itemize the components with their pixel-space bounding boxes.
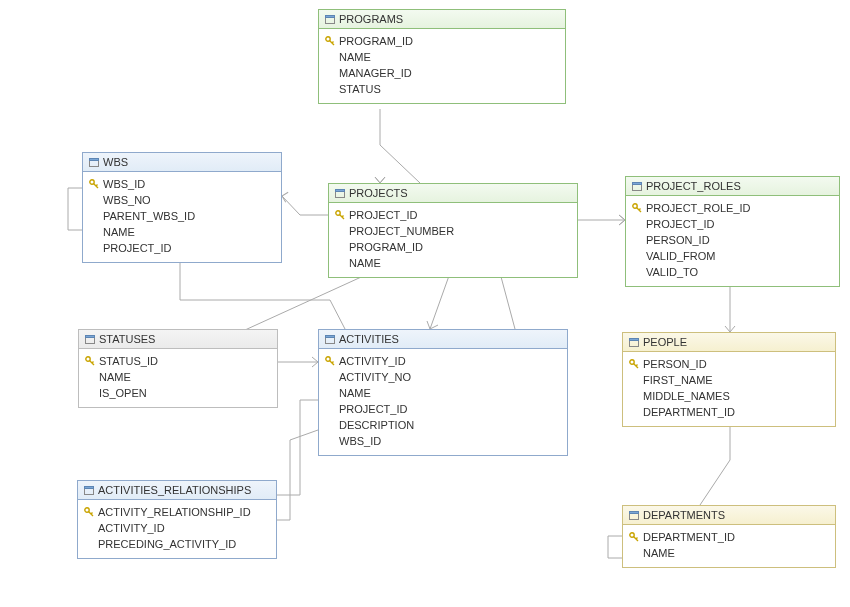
table-icon — [325, 15, 335, 24]
column-name: VALID_TO — [646, 264, 698, 280]
table-icon — [629, 338, 639, 347]
primary-key-icon — [325, 356, 335, 366]
primary-key-icon — [84, 507, 94, 517]
column-row: PROJECT_ID — [325, 401, 561, 417]
column-name: PROGRAM_ID — [349, 239, 423, 255]
entity-columns: PERSON_IDFIRST_NAMEMIDDLE_NAMESDEPARTMEN… — [623, 352, 835, 426]
column-row: ACTIVITY_NO — [325, 369, 561, 385]
entity-columns: PROJECT_ROLE_IDPROJECT_IDPERSON_IDVALID_… — [626, 196, 839, 286]
column-name: PERSON_ID — [643, 356, 707, 372]
column-name: WBS_ID — [339, 433, 381, 449]
column-row: PARENT_WBS_ID — [89, 208, 275, 224]
column-row: WBS_ID — [89, 176, 275, 192]
column-row: NAME — [629, 545, 829, 561]
column-name: DEPARTMENT_ID — [643, 529, 735, 545]
table-icon — [632, 182, 642, 191]
entity-projects[interactable]: PROJECTS PROJECT_IDPROJECT_NUMBERPROGRAM… — [328, 183, 578, 278]
table-icon — [85, 335, 95, 344]
entity-title: STATUSES — [99, 333, 155, 345]
table-icon — [89, 158, 99, 167]
entity-activities[interactable]: ACTIVITIES ACTIVITY_IDACTIVITY_NONAMEPRO… — [318, 329, 568, 456]
entity-columns: WBS_IDWBS_NOPARENT_WBS_IDNAMEPROJECT_ID — [83, 172, 281, 262]
column-name: PARENT_WBS_ID — [103, 208, 195, 224]
column-row: ACTIVITY_ID — [84, 520, 270, 536]
column-name: PROJECT_NUMBER — [349, 223, 454, 239]
entity-project-roles[interactable]: PROJECT_ROLES PROJECT_ROLE_IDPROJECT_IDP… — [625, 176, 840, 287]
column-name: DEPARTMENT_ID — [643, 404, 735, 420]
column-name: ACTIVITY_ID — [98, 520, 165, 536]
entity-header: WBS — [83, 153, 281, 172]
primary-key-icon — [629, 532, 639, 542]
column-row: PROJECT_ID — [335, 207, 571, 223]
column-row: VALID_FROM — [632, 248, 833, 264]
column-row: STATUS — [325, 81, 559, 97]
table-icon — [335, 189, 345, 198]
column-row: NAME — [325, 49, 559, 65]
column-name: ACTIVITY_NO — [339, 369, 411, 385]
entity-title: WBS — [103, 156, 128, 168]
column-row: PROJECT_ID — [89, 240, 275, 256]
column-name: MANAGER_ID — [339, 65, 412, 81]
column-name: PROGRAM_ID — [339, 33, 413, 49]
entity-people[interactable]: PEOPLE PERSON_IDFIRST_NAMEMIDDLE_NAMESDE… — [622, 332, 836, 427]
table-icon — [325, 335, 335, 344]
primary-key-icon — [632, 203, 642, 213]
column-row: DESCRIPTION — [325, 417, 561, 433]
entity-header: ACTIVITIES_RELATIONSHIPS — [78, 481, 276, 500]
column-row: ACTIVITY_ID — [325, 353, 561, 369]
column-name: IS_OPEN — [99, 385, 147, 401]
entity-wbs[interactable]: WBS WBS_IDWBS_NOPARENT_WBS_IDNAMEPROJECT… — [82, 152, 282, 263]
column-name: NAME — [339, 385, 371, 401]
entity-title: PEOPLE — [643, 336, 687, 348]
column-name: PROJECT_ID — [103, 240, 171, 256]
column-row: WBS_NO — [89, 192, 275, 208]
column-name: FIRST_NAME — [643, 372, 713, 388]
column-row: NAME — [85, 369, 271, 385]
column-name: PROJECT_ROLE_ID — [646, 200, 751, 216]
column-row: NAME — [89, 224, 275, 240]
column-name: NAME — [99, 369, 131, 385]
column-row: PERSON_ID — [629, 356, 829, 372]
column-row: STATUS_ID — [85, 353, 271, 369]
column-row: MIDDLE_NAMES — [629, 388, 829, 404]
primary-key-icon — [85, 356, 95, 366]
column-name: NAME — [643, 545, 675, 561]
entity-programs[interactable]: PROGRAMS PROGRAM_IDNAMEMANAGER_IDSTATUS — [318, 9, 566, 104]
column-name: MIDDLE_NAMES — [643, 388, 730, 404]
column-row: NAME — [325, 385, 561, 401]
column-name: STATUS_ID — [99, 353, 158, 369]
column-row: IS_OPEN — [85, 385, 271, 401]
entity-header: STATUSES — [79, 330, 277, 349]
entity-departments[interactable]: DEPARTMENTS DEPARTMENT_IDNAME — [622, 505, 836, 568]
column-row: NAME — [335, 255, 571, 271]
entity-title: DEPARTMENTS — [643, 509, 725, 521]
column-name: NAME — [103, 224, 135, 240]
entity-activities-relationships[interactable]: ACTIVITIES_RELATIONSHIPS ACTIVITY_RELATI… — [77, 480, 277, 559]
column-row: DEPARTMENT_ID — [629, 404, 829, 420]
entity-header: PEOPLE — [623, 333, 835, 352]
entity-statuses[interactable]: STATUSES STATUS_IDNAMEIS_OPEN — [78, 329, 278, 408]
column-name: PROJECT_ID — [349, 207, 417, 223]
table-icon — [84, 486, 94, 495]
column-name: NAME — [339, 49, 371, 65]
entity-columns: PROGRAM_IDNAMEMANAGER_IDSTATUS — [319, 29, 565, 103]
primary-key-icon — [325, 36, 335, 46]
entity-title: ACTIVITIES_RELATIONSHIPS — [98, 484, 251, 496]
column-row: PRECEDING_ACTIVITY_ID — [84, 536, 270, 552]
entity-columns: PROJECT_IDPROJECT_NUMBERPROGRAM_IDNAME — [329, 203, 577, 277]
table-icon — [629, 511, 639, 520]
column-row: MANAGER_ID — [325, 65, 559, 81]
primary-key-icon — [89, 179, 99, 189]
column-name: PRECEDING_ACTIVITY_ID — [98, 536, 236, 552]
column-row: WBS_ID — [325, 433, 561, 449]
entity-title: PROJECTS — [349, 187, 408, 199]
entity-columns: DEPARTMENT_IDNAME — [623, 525, 835, 567]
column-row: PROJECT_NUMBER — [335, 223, 571, 239]
column-name: ACTIVITY_ID — [339, 353, 406, 369]
column-name: ACTIVITY_RELATIONSHIP_ID — [98, 504, 251, 520]
column-row: FIRST_NAME — [629, 372, 829, 388]
column-name: PERSON_ID — [646, 232, 710, 248]
column-name: PROJECT_ID — [646, 216, 714, 232]
column-name: VALID_FROM — [646, 248, 715, 264]
column-row: ACTIVITY_RELATIONSHIP_ID — [84, 504, 270, 520]
